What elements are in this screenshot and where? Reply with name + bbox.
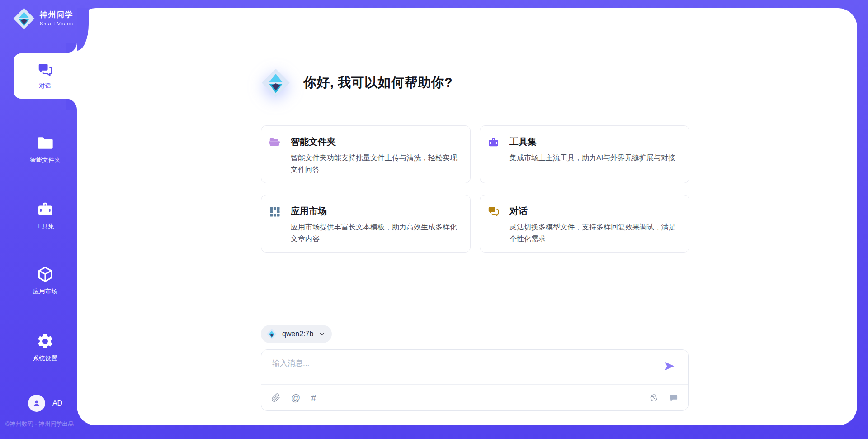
assistant-logo-icon (261, 68, 291, 98)
hash-icon: # (311, 393, 316, 402)
brand: 神州问学 Smart Vision (13, 7, 73, 30)
card-toolset[interactable]: 工具集 集成市场上主流工具，助力AI与外界无缝扩展与对接 (480, 125, 689, 183)
person-icon (32, 398, 42, 408)
model-logo-icon (266, 329, 277, 339)
card-smart-folders[interactable]: 智能文件夹 智能文件夹功能支持批量文件上传与清洗，轻松实现文件问答 (261, 125, 471, 183)
brand-subtitle: Smart Vision (40, 21, 73, 26)
card-text: 工具集 集成市场上主流工具，助力AI与外界无缝扩展与对接 (509, 136, 675, 183)
brand-logo-icon (13, 7, 35, 30)
card-description: 应用市场提供丰富长文本模板，助力高效生成多样化文章内容 (291, 221, 461, 244)
brand-text: 神州问学 Smart Vision (40, 11, 73, 26)
card-app-market[interactable]: 应用市场 应用市场提供丰富长文本模板，助力高效生成多样化文章内容 (261, 195, 471, 253)
card-text: 应用市场 应用市场提供丰富长文本模板，助力高效生成多样化文章内容 (291, 205, 461, 252)
card-title: 应用市场 (291, 205, 461, 217)
sidebar-item-label: 智能文件夹 (30, 156, 61, 164)
sidebar: 神州问学 Smart Vision 对话 智能文件夹 工具集 (0, 0, 77, 439)
chevron-down-icon (318, 330, 326, 338)
comment-icon (669, 393, 678, 402)
at-icon: @ (291, 393, 300, 402)
send-button[interactable] (663, 360, 676, 373)
card-text: 智能文件夹 智能文件夹功能支持批量文件上传与清洗，轻松实现文件问答 (291, 136, 461, 183)
card-title: 智能文件夹 (291, 136, 461, 148)
sidebar-item-label: 系统设置 (33, 354, 57, 363)
folder-icon (36, 134, 54, 152)
sidebar-item-label: 对话 (39, 82, 52, 90)
avatar (28, 395, 45, 412)
sidebar-item-label: 工具集 (36, 222, 55, 230)
attach-file-button[interactable] (271, 393, 280, 402)
folder-open-icon (269, 136, 281, 148)
toolbox-icon (36, 200, 54, 218)
send-icon (664, 360, 675, 372)
feature-cards: 智能文件夹 智能文件夹功能支持批量文件上传与清洗，轻松实现文件问答 工具集 集成… (261, 125, 689, 253)
sidebar-item-chat[interactable]: 对话 (14, 53, 77, 99)
mention-button[interactable]: @ (291, 393, 300, 402)
history-button[interactable] (649, 393, 658, 402)
card-description: 灵活切换多模型文件，支持多样回复效果调试，满足个性化需求 (509, 221, 680, 244)
copyright-footer: ©神州数码 · 神州问学出品 (5, 420, 74, 428)
model-name: qwen2:7b (282, 330, 313, 338)
card-chat[interactable]: 对话 灵活切换多模型文件，支持多样回复效果调试，满足个性化需求 (480, 195, 689, 253)
card-description: 智能文件夹功能支持批量文件上传与清洗，轻松实现文件问答 (291, 152, 461, 175)
main-panel: 你好, 我可以如何帮助你? 智能文件夹 智能文件夹功能支持批量文件上传与清洗，轻… (77, 8, 857, 425)
chat-icon (487, 205, 500, 218)
message-input[interactable] (271, 357, 646, 380)
card-text: 对话 灵活切换多模型文件，支持多样回复效果调试，满足个性化需求 (509, 205, 680, 252)
topic-button[interactable]: # (311, 393, 316, 402)
card-title: 对话 (509, 205, 680, 217)
sidebar-item-toolset[interactable]: 工具集 (14, 200, 77, 230)
toolbox-icon (487, 136, 500, 148)
brand-title: 神州问学 (40, 11, 73, 19)
paperclip-icon (271, 393, 280, 402)
composer-toolbar: @ # (261, 385, 688, 410)
new-chat-button[interactable] (669, 393, 678, 402)
chat-icon (37, 62, 53, 78)
card-description: 集成市场上主流工具，助力AI与外界无缝扩展与对接 (509, 152, 675, 164)
main-content: 你好, 我可以如何帮助你? 智能文件夹 智能文件夹功能支持批量文件上传与清洗，轻… (261, 8, 689, 425)
user-name: AD (52, 399, 62, 407)
sidebar-item-smart-folders[interactable]: 智能文件夹 (14, 134, 77, 164)
active-tab-connector-top (66, 43, 77, 53)
grid-icon (269, 205, 281, 218)
model-selector[interactable]: qwen2:7b (261, 325, 332, 343)
card-title: 工具集 (509, 136, 675, 148)
active-tab-connector-bottom (66, 99, 77, 110)
greeting-title: 你好, 我可以如何帮助你? (303, 74, 453, 92)
gear-icon (36, 332, 54, 350)
sidebar-item-app-market[interactable]: 应用市场 (14, 265, 77, 296)
sidebar-item-settings[interactable]: 系统设置 (14, 332, 77, 363)
history-icon (649, 393, 658, 402)
sidebar-item-label: 应用市场 (33, 287, 57, 296)
user-profile[interactable]: AD (14, 395, 77, 412)
greeting: 你好, 我可以如何帮助你? (261, 68, 453, 98)
composer: @ # (261, 349, 689, 411)
cube-icon (36, 265, 54, 283)
